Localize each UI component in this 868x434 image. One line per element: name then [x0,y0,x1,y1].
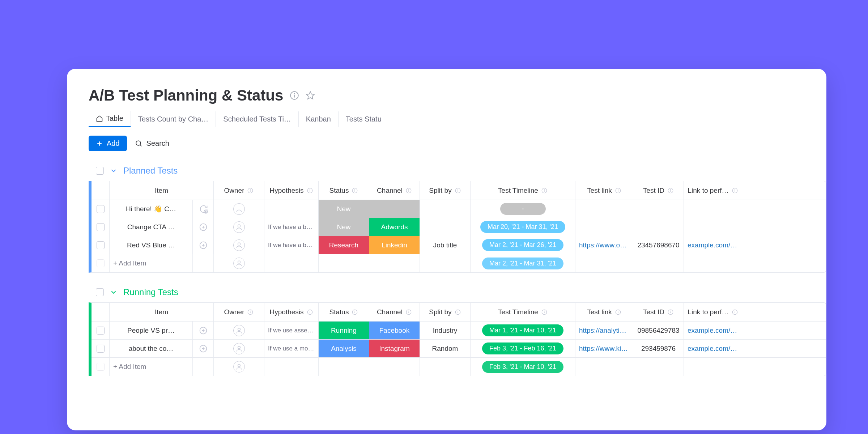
test-id-cell[interactable]: 23457698670 [633,236,684,254]
info-icon[interactable] [405,309,412,315]
owner-cell[interactable] [214,340,264,357]
channel-cell[interactable]: Adwords [369,218,420,236]
test-link-cell[interactable]: https://www.kis… [575,340,633,357]
info-icon[interactable] [352,309,358,315]
info-icon[interactable] [455,187,461,194]
timeline-cell[interactable]: Mar 20, '21 - Mar 31, '21 [471,218,575,236]
column-channel[interactable]: Channel [369,181,420,200]
tab-table[interactable]: Table [89,111,131,127]
channel-cell[interactable]: Facebook [369,322,420,339]
hypothesis-cell[interactable]: If we have a bou… [264,218,319,236]
column-owner[interactable]: Owner [214,303,264,321]
hypothesis-cell[interactable]: If we use a mor… [264,340,319,357]
timeline-cell[interactable]: Mar 1, '21 - Mar 10, '21 [471,322,575,339]
item-cell[interactable]: Change CTA … [110,218,193,236]
hypothesis-cell[interactable]: If we have a bou… [264,236,319,254]
search-button[interactable]: Search [135,139,169,148]
splitby-cell[interactable]: Industry [420,322,471,339]
group-title[interactable]: Planned Tests [123,166,178,176]
test-link-cell[interactable] [575,218,633,236]
owner-cell[interactable] [214,236,264,254]
info-icon[interactable] [352,187,358,194]
owner-cell[interactable] [214,322,264,339]
row-checkbox[interactable] [97,223,105,231]
info-icon[interactable] [307,187,313,194]
group-checkbox[interactable] [96,288,104,296]
table-row[interactable]: People VS pr… If we use assets… Running … [92,322,826,340]
row-checkbox[interactable] [97,205,105,213]
info-icon[interactable] [732,309,738,315]
test-id-cell[interactable]: 293459876 [633,340,684,357]
timeline-cell[interactable]: Mar 2, '21 - Mar 26, '21 [471,236,575,254]
table-row[interactable]: about the co… If we use a mor… Analysis … [92,340,826,358]
row-checkbox[interactable] [97,241,105,249]
perf-link-cell[interactable]: example.com/ab… [684,236,742,254]
item-cell[interactable]: Hi there! 👋 C… [110,200,193,218]
test-link-cell[interactable]: https://analytics… [575,322,633,339]
column-timeline[interactable]: Test Timeline [471,181,575,200]
info-icon[interactable] [667,187,674,194]
info-icon[interactable] [615,309,621,315]
column-status[interactable]: Status [319,181,369,200]
column-timeline[interactable]: Test Timeline [471,303,575,321]
channel-cell[interactable]: Instagram [369,340,420,357]
timeline-cell[interactable]: Feb 3, '21 - Feb 16, '21 [471,340,575,357]
perf-link-cell[interactable]: example.com/ab… [684,340,742,357]
tab-scheduled[interactable]: Scheduled Tests Ti… [216,111,299,127]
chat-cell[interactable] [193,218,214,236]
add-item-cell[interactable]: + Add Item [110,358,193,376]
info-icon[interactable] [615,187,621,194]
row-checkbox[interactable] [97,345,105,353]
table-row[interactable]: Red VS Blue … If we have a bou… Research… [92,236,826,254]
status-cell[interactable]: New [319,200,369,218]
owner-cell[interactable] [214,200,264,218]
column-item[interactable]: Item [110,303,214,321]
chevron-down-icon[interactable] [110,167,118,175]
info-icon[interactable] [455,309,461,315]
star-icon[interactable] [306,91,315,100]
tab-kanban[interactable]: Kanban [299,111,339,127]
table-row[interactable]: Hi there! 👋 C… 1 New - [92,200,826,218]
column-item[interactable]: Item [110,181,214,200]
column-test-link[interactable]: Test link [575,181,633,200]
add-item-row[interactable]: + Add Item Feb 3, '21 - Mar 10, '21 [92,358,826,376]
add-button[interactable]: Add [89,136,127,151]
item-cell[interactable]: Red VS Blue … [110,236,193,254]
test-id-cell[interactable] [633,218,684,236]
chat-cell[interactable] [193,236,214,254]
chevron-down-icon[interactable] [110,288,118,296]
column-status[interactable]: Status [319,303,369,321]
add-item-cell[interactable]: + Add Item [110,254,193,272]
column-owner[interactable]: Owner [214,181,264,200]
item-cell[interactable]: about the co… [110,340,193,357]
group-title[interactable]: Running Tests [123,287,178,297]
column-channel[interactable]: Channel [369,303,420,321]
row-checkbox[interactable] [97,327,105,335]
column-split-by[interactable]: Split by [420,181,471,200]
column-split-by[interactable]: Split by [420,303,471,321]
table-row[interactable]: Change CTA … If we have a bou… New Adwor… [92,218,826,236]
info-icon[interactable] [541,187,548,194]
tab-tests-count[interactable]: Tests Count by Cha… [131,111,216,127]
splitby-cell[interactable]: Job title [420,236,471,254]
splitby-cell[interactable] [420,218,471,236]
timeline-cell[interactable]: - [471,200,575,218]
hypothesis-cell[interactable] [264,200,319,218]
info-icon[interactable] [405,187,412,194]
info-icon[interactable] [667,309,674,315]
status-cell[interactable]: Research [319,236,369,254]
test-link-cell[interactable] [575,200,633,218]
info-icon[interactable] [247,187,254,194]
column-test-id[interactable]: Test ID [633,303,684,321]
info-icon[interactable] [541,309,548,315]
column-perf-link[interactable]: Link to perf… [684,303,742,321]
info-icon[interactable] [290,91,299,100]
test-link-cell[interactable]: https://www.opti… [575,236,633,254]
status-cell[interactable]: Analysis [319,340,369,357]
status-cell[interactable]: New [319,218,369,236]
owner-cell[interactable] [214,218,264,236]
add-item-row[interactable]: + Add Item Mar 2, '21 - Mar 31, '21 [92,254,826,272]
item-cell[interactable]: People VS pr… [110,322,193,339]
column-perf-link[interactable]: Link to perf… [684,181,742,200]
hypothesis-cell[interactable]: If we use assets… [264,322,319,339]
